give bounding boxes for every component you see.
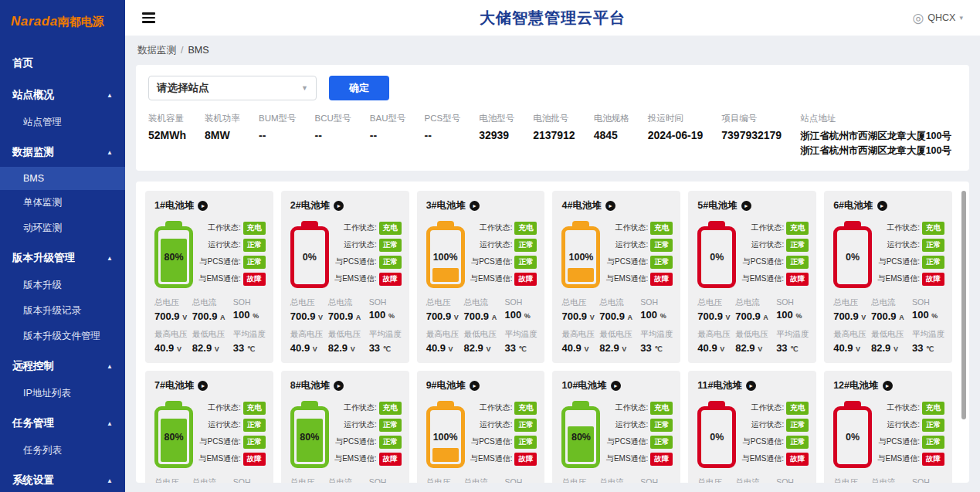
status-row: 运行状态:正常: [470, 419, 537, 432]
metrics-grid: 总电压700.9 V总电流700.9 ASOH100 %最高电压40.9 V最低…: [833, 477, 944, 484]
sidebar-item-site-management[interactable]: 站点管理: [0, 110, 125, 135]
detail-arrow-icon[interactable]: ▸: [470, 201, 480, 211]
battery-soc-label: 80%: [294, 410, 325, 464]
metric-label: SOH: [233, 477, 266, 484]
metric-unit: V: [454, 314, 459, 321]
metric-item: SOH100 %: [369, 297, 402, 322]
detail-arrow-icon[interactable]: ▸: [741, 201, 751, 211]
status-badge: 故障: [379, 273, 402, 286]
metric-value: 40.9 V: [833, 342, 868, 354]
detail-arrow-icon[interactable]: ▸: [883, 381, 893, 391]
station-info-panel: 请选择站点 ▼ 确定 装机容量52MWh装机功率8MWBUM型号--BCU型号-…: [136, 65, 969, 171]
battery-icon-wrap: 0%: [833, 399, 877, 468]
sidebar-item-remote-control[interactable]: 远程控制▲: [0, 351, 125, 381]
collapse-arrow-icon: ▲: [107, 92, 113, 99]
metric-item: 总电压700.9 V: [833, 477, 868, 484]
sidebar-item-bms[interactable]: BMS: [0, 167, 125, 190]
status-list: 工作状态:充电运行状态:正常与PCS通信:正常与EMS通信:故障: [877, 219, 944, 288]
breadcrumb-section[interactable]: 数据监测: [137, 44, 176, 57]
sidebar-item-site-overview[interactable]: 站点概况▲: [0, 80, 125, 110]
metric-item: SOH100 %: [504, 297, 537, 322]
card-header: 11#电池堆 ▸: [697, 379, 809, 392]
detail-arrow-icon[interactable]: ▸: [605, 201, 615, 211]
metrics-grid: 总电压700.9 V总电流700.9 ASOH100 %最高电压40.9 V最低…: [290, 477, 402, 484]
status-label: 与EMS通信:: [742, 453, 784, 464]
sidebar-item-ip-address-list[interactable]: IP地址列表: [0, 381, 125, 406]
status-row: 运行状态:正常: [877, 239, 944, 252]
status-label: 运行状态:: [887, 419, 920, 430]
metric-number: 40.9: [290, 342, 310, 354]
vertical-scrollbar[interactable]: [961, 191, 966, 419]
status-list: 工作状态:充电运行状态:正常与PCS通信:正常与EMS通信:故障: [198, 399, 266, 468]
status-row: 运行状态:正常: [198, 419, 266, 432]
user-menu[interactable]: ◎ QHCX ▾: [913, 12, 964, 25]
metric-item: 最高电压40.9 V: [697, 329, 732, 354]
sidebar-item-data-monitoring[interactable]: 数据监测▲: [0, 137, 125, 167]
status-list: 工作状态:充电运行状态:正常与PCS通信:正常与EMS通信:故障: [334, 399, 402, 468]
detail-arrow-icon[interactable]: ▸: [877, 201, 887, 211]
metric-value: 82.9 V: [328, 342, 366, 354]
stat-label: 电池型号: [479, 113, 514, 124]
status-label: 工作状态:: [208, 222, 241, 233]
sidebar-item-env-monitoring[interactable]: 动环监测: [0, 215, 125, 241]
battery-soc-label: 100%: [565, 230, 596, 284]
battery-stack-card: 8#电池堆 ▸ 80% 工作状态:充电运行状态:正常与PCS通信:正常与EMS通…: [281, 371, 409, 484]
detail-arrow-icon[interactable]: ▸: [198, 201, 208, 211]
status-badge: 故障: [379, 453, 402, 466]
detail-arrow-icon[interactable]: ▸: [198, 381, 208, 391]
status-label: 与EMS通信:: [878, 453, 920, 464]
stat-value: 52MWh: [148, 129, 186, 141]
card-header: 12#电池堆 ▸: [833, 379, 944, 392]
status-label: 与PCS通信:: [607, 256, 648, 267]
metric-unit: V: [449, 345, 453, 353]
status-badge: 正常: [922, 256, 944, 269]
status-label: 与PCS通信:: [879, 436, 920, 447]
sidebar-item-task-list[interactable]: 任务列表: [0, 438, 125, 463]
metric-value: 700.9 V: [290, 310, 325, 322]
metric-label: SOH: [640, 297, 673, 307]
metric-item: 总电压700.9 V: [154, 477, 189, 484]
status-label: 运行状态:: [480, 419, 513, 430]
sidebar-item-system-settings[interactable]: 系统设置▲: [0, 466, 125, 492]
status-row: 运行状态:正常: [470, 239, 537, 252]
sidebar-item-label: BMS: [23, 173, 44, 184]
brand-logo-cn: 南都电源: [58, 15, 104, 28]
battery-stack-card: 7#电池堆 ▸ 80% 工作状态:充电运行状态:正常与PCS通信:正常与EMS通…: [145, 371, 273, 484]
detail-arrow-icon[interactable]: ▸: [746, 381, 756, 391]
battery-icon: 0%: [833, 406, 872, 468]
status-label: 运行状态:: [208, 239, 241, 250]
sidebar-item-home[interactable]: 首页: [0, 49, 125, 78]
status-label: 运行状态:: [344, 419, 377, 430]
stat-item: 电池规格4845: [594, 113, 629, 141]
detail-arrow-icon[interactable]: ▸: [334, 201, 344, 211]
top-bar: 大储智慧管理云平台 ◎ QHCX ▾: [125, 0, 980, 36]
menu-toggle-icon[interactable]: [142, 10, 155, 25]
sidebar-item-version-upgrade-record[interactable]: 版本升级记录: [0, 298, 125, 324]
metric-number: 82.9: [328, 342, 348, 354]
status-row: 运行状态:正常: [741, 419, 809, 432]
card-header: 3#电池堆 ▸: [426, 199, 537, 212]
metric-item: SOH100 %: [233, 297, 266, 322]
status-label: 工作状态:: [751, 402, 784, 413]
status-badge: 故障: [514, 453, 537, 466]
metric-label: 最低电压: [328, 329, 366, 340]
metric-label: 平均温度: [912, 329, 944, 340]
sidebar-item-label: 数据监测: [12, 145, 54, 159]
detail-arrow-icon[interactable]: ▸: [470, 381, 480, 391]
metric-label: 总电压: [426, 477, 461, 484]
sidebar-item-version-upgrade-files[interactable]: 版本升级文件管理: [0, 324, 125, 349]
stat-item: 项目编号7397932179: [721, 113, 782, 141]
confirm-button[interactable]: 确定: [329, 76, 389, 100]
sidebar-item-task-mgmt[interactable]: 任务管理▲: [0, 409, 125, 438]
detail-arrow-icon[interactable]: ▸: [611, 381, 621, 391]
sidebar-item-version-upgrade[interactable]: 版本升级: [0, 273, 125, 298]
status-badge: 正常: [786, 239, 809, 252]
detail-arrow-icon[interactable]: ▸: [334, 381, 344, 391]
sidebar-item-version-upgrade-mgmt[interactable]: 版本升级管理▲: [0, 243, 125, 273]
sidebar-item-cell-monitoring[interactable]: 单体监测: [0, 190, 125, 215]
stat-label: 装机容量: [148, 113, 186, 124]
station-select[interactable]: 请选择站点 ▼: [148, 76, 317, 100]
metric-label: 总电压: [154, 297, 189, 308]
status-label: 与EMS通信:: [334, 273, 376, 284]
metric-number: 82.9: [735, 342, 754, 354]
